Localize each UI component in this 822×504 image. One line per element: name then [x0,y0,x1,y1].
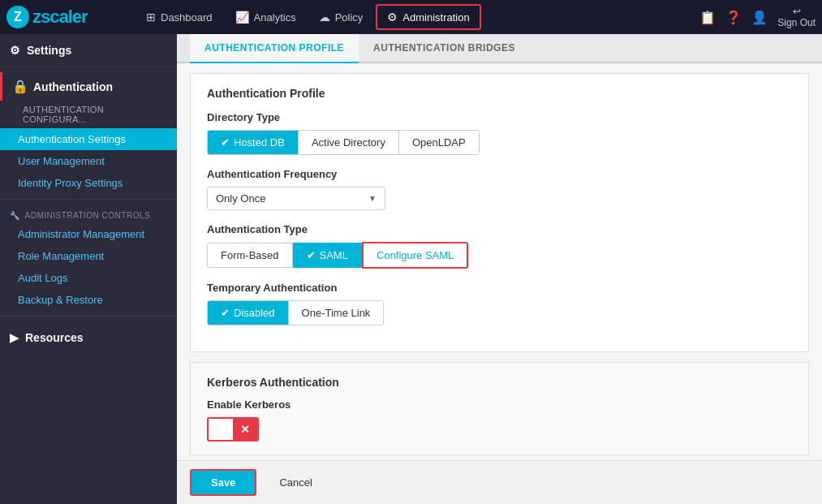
tabs-bar: AUTHENTICATION PROFILE AUTHENTICATION BR… [177,34,822,63]
btn-saml[interactable]: ✔ SAML [293,243,362,268]
directory-type-group: Directory Type ✔ Hosted DB Active Direct… [207,111,792,155]
user-management-label: User Management [18,155,105,167]
toggle-off-area[interactable] [209,419,233,440]
btn-configure-saml[interactable]: Configure SAML [362,242,468,269]
help-icon[interactable]: ❓ [725,10,742,25]
btn-one-time-link[interactable]: One-Time Link [289,301,384,325]
signout-button[interactable]: ↩ Sign Out [777,6,816,28]
sidebar-resources-header[interactable]: ▶ Resources [0,321,177,349]
nav-item-policy[interactable]: ☁ Policy [309,6,373,28]
hosted-db-label: Hosted DB [234,136,285,149]
enable-kerberos-label: Enable Kerberos [207,398,792,411]
disabled-check-icon: ✔ [221,307,230,319]
signout-icon: ↩ [793,6,801,17]
btn-hosted-db[interactable]: ✔ Hosted DB [208,131,299,154]
admin-controls-icon: 🔧 [10,211,20,220]
audit-logs-label: Audit Logs [18,272,67,284]
logo-area: Z zscaler [6,6,136,28]
resources-label: Resources [25,331,84,344]
sidebar-item-identity-proxy[interactable]: Identity Proxy Settings [0,172,177,194]
auth-frequency-value: Only Once [216,192,265,205]
sidebar-admin-controls-header: 🔧 ADMINISTRATION CONTROLS [0,205,177,223]
lock-icon: 🔒 [12,79,28,94]
nav-label-dashboard: Dashboard [161,11,213,24]
sidebar-item-role-mgmt[interactable]: Role Management [0,245,177,267]
dropdown-arrow-icon: ▼ [368,194,377,203]
sidebar-item-auth-config[interactable]: AUTHENTICATION CONFIGURA... [0,101,177,128]
sidebar-item-audit-logs[interactable]: Audit Logs [0,267,177,289]
btn-active-directory[interactable]: Active Directory [299,131,399,154]
toggle-x-icon: ✕ [240,423,250,436]
sidebar-settings-header[interactable]: ⚙ Settings [0,34,177,62]
configure-saml-label: Configure SAML [377,249,454,261]
disabled-label: Disabled [234,307,275,319]
kerberos-section-title: Kerberos Authentication [207,376,792,389]
identity-proxy-label: Identity Proxy Settings [18,177,123,189]
nav-item-dashboard[interactable]: ⊞ Dashboard [136,6,222,28]
tab-auth-profile-label: AUTHENTICATION PROFILE [204,42,344,54]
sidebar-item-administrator-mgmt[interactable]: Administrator Management [0,223,177,245]
nav-label-administration: Administration [402,11,469,24]
checklist-icon[interactable]: 📋 [699,10,716,25]
nav-items: ⊞ Dashboard 📈 Analytics ☁ Policy ⚙ Admin… [136,4,699,30]
authentication-label: Authentication [33,80,113,93]
kerberos-section: Kerberos Authentication Enable Kerberos … [190,362,809,455]
policy-icon: ☁ [319,11,330,24]
kerberos-toggle[interactable]: ✕ [207,417,259,442]
settings-icon: ⚙ [10,44,20,57]
dashboard-icon: ⊞ [146,11,156,24]
cancel-button[interactable]: Cancel [266,471,325,494]
sidebar: ⚙ Settings 🔒 Authentication AUTHENTICATI… [0,34,177,504]
saml-label: SAML [320,249,348,261]
hosted-db-check-icon: ✔ [221,136,230,149]
main-layout: ⚙ Settings 🔒 Authentication AUTHENTICATI… [0,34,822,504]
auth-settings-label: Authentication Settings [18,133,126,145]
settings-label: Settings [27,44,71,57]
logo-z-icon: Z [6,6,29,28]
nav-label-analytics: Analytics [254,11,296,24]
tab-auth-bridges-label: AUTHENTICATION BRIDGES [373,42,515,54]
saml-check-icon: ✔ [307,249,316,261]
top-navigation: Z zscaler ⊞ Dashboard 📈 Analytics ☁ Poli… [0,0,822,34]
directory-type-label: Directory Type [207,111,792,123]
sidebar-authentication-section[interactable]: 🔒 Authentication [0,72,177,101]
auth-frequency-group: Authentication Frequency Only Once ▼ [207,168,792,210]
gear-icon: ⚙ [387,11,398,24]
bottom-bar: Save Cancel [177,460,822,504]
nav-item-analytics[interactable]: 📈 Analytics [226,6,306,28]
auth-frequency-dropdown[interactable]: Only Once ▼ [207,187,385,210]
directory-type-buttons: ✔ Hosted DB Active Directory OpenLDAP [207,130,480,155]
auth-frequency-label: Authentication Frequency [207,168,792,180]
auth-profile-title: Authentication Profile [207,87,792,100]
form-based-label: Form-Based [221,249,279,261]
auth-profile-section: Authentication Profile Directory Type ✔ … [190,73,809,352]
tab-auth-bridges[interactable]: AUTHENTICATION BRIDGES [359,34,530,63]
nav-right-icons: 📋 ❓ 👤 ↩ Sign Out [699,6,816,28]
auth-type-buttons: Form-Based ✔ SAML Configure SAML [207,242,792,269]
sidebar-item-auth-settings[interactable]: Authentication Settings [0,128,177,150]
save-button[interactable]: Save [190,469,256,496]
auth-type-label: Authentication Type [207,223,792,235]
sidebar-item-user-management[interactable]: User Management [0,150,177,172]
btn-form-based[interactable]: Form-Based [207,243,293,268]
signout-label: Sign Out [777,17,816,28]
nav-item-administration[interactable]: ⚙ Administration [376,4,480,30]
temp-auth-buttons: ✔ Disabled One-Time Link [207,300,384,325]
temp-auth-label: Temporary Authentication [207,282,792,294]
tab-auth-profile[interactable]: AUTHENTICATION PROFILE [190,34,359,63]
user-icon[interactable]: 👤 [751,10,768,25]
auth-config-label: AUTHENTICATION CONFIGURA... [23,105,104,124]
sidebar-item-backup-restore[interactable]: Backup & Restore [0,289,177,311]
one-time-link-label: One-Time Link [302,307,371,319]
openldap-label: OpenLDAP [412,136,466,149]
admin-controls-label: ADMINISTRATION CONTROLS [25,211,151,220]
active-directory-label: Active Directory [312,136,385,149]
administrator-mgmt-label: Administrator Management [18,228,144,240]
backup-restore-label: Backup & Restore [18,294,103,306]
content-area: AUTHENTICATION PROFILE AUTHENTICATION BR… [177,34,822,504]
resources-expand-icon: ▶ [10,331,19,344]
btn-openldap[interactable]: OpenLDAP [399,131,479,154]
scroll-content: Authentication Profile Directory Type ✔ … [177,63,822,460]
toggle-x-button[interactable]: ✕ [233,419,257,440]
btn-disabled[interactable]: ✔ Disabled [208,301,289,325]
